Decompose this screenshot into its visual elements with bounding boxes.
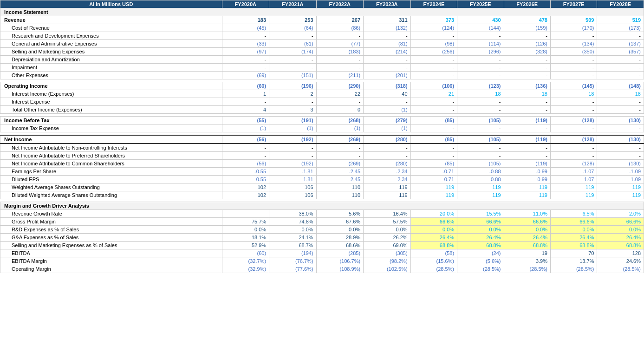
diluted-eps-row: Diluted EPS -0.55 -1.81 -2.45 -2.34 -0.7… — [0, 175, 644, 183]
total-other-label: Total Other Income (Expenses) — [0, 106, 222, 114]
rd-row: Research and Development Expenses - - - … — [0, 32, 644, 40]
revenue-fy2026: 478 — [504, 16, 550, 24]
waso-label: Weighted Average Shares Outstanding — [0, 183, 222, 191]
revenue-fy2023: 311 — [364, 16, 411, 24]
ni-common-label: Net Income Attributable to Common Shareh… — [0, 159, 222, 167]
gna-row: General and Administrative Expenses (33)… — [0, 40, 644, 48]
rd-pct-row: R&D Expenses as % of Sales 0.0% 0.0% 0.0… — [0, 225, 644, 233]
gna-pct-label: G&A Expenses as % of Sales — [0, 233, 222, 241]
cost-of-revenue-label: Cost of Revenue — [0, 24, 222, 32]
operating-margin-label: Operating Margin — [0, 265, 222, 273]
eps-row: Earnings Per Share -0.55 -1.81 -2.45 -2.… — [0, 167, 644, 175]
da-row: Depreciation and Amortization - - - - - … — [0, 56, 644, 64]
revenue-fy2027: 509 — [550, 16, 597, 24]
rev-growth-label: Revenue Growth Rate — [0, 210, 222, 217]
ni-noncontrolling-label: Net Income Attributable to Non-controlli… — [0, 144, 222, 152]
col-header-fy2023: FY2023A — [364, 0, 411, 8]
revenue-row: Revenue 183 253 267 311 373 430 478 509 … — [0, 16, 644, 24]
impairment-row: Impairment - - - - - - - - - — [0, 64, 644, 72]
operating-income-row: Operating Income (60) (196) (290) (318) … — [0, 82, 644, 90]
ni-preferred-label: Net Income Attributable to Preferred Sha… — [0, 151, 222, 159]
sme-label: Selling and Marketing Expenses — [0, 48, 222, 56]
income-tax-label: Income Tax Expense — [0, 124, 222, 132]
col-header-fy2022: FY2022A — [316, 0, 364, 8]
revenue-fy2024: 373 — [410, 16, 457, 24]
revenue-label: Revenue — [0, 16, 222, 24]
impairment-label: Impairment — [0, 64, 222, 72]
rd-pct-label: R&D Expenses as % of Sales — [0, 225, 222, 233]
total-other-row: Total Other Income (Expenses) 4 3 0 (1) … — [0, 106, 644, 114]
ni-common-row: Net Income Attributable to Common Shareh… — [0, 159, 644, 167]
income-tax-row: Income Tax Expense (1) (1) (1) (1) - - -… — [0, 124, 644, 132]
ebitda-margin-row: EBITDA Margin (32.7%) (76.7%) (106.7%) (… — [0, 257, 644, 265]
ebitda-row: EBITDA (60) (194) (285) (305) (58) (24) … — [0, 249, 644, 257]
revenue-fy2028: 519 — [597, 16, 644, 24]
net-income-label: Net Income — [0, 135, 222, 144]
margin-section: Margin and Growth Driver Analysis — [0, 202, 644, 210]
revenue-fy2022: 267 — [316, 16, 364, 24]
gna-pct-row: G&A Expenses as % of Sales 18.1% 24.1% 2… — [0, 233, 644, 241]
interest-income-row: Interest Income (Expenses) 1 2 22 40 21 … — [0, 90, 644, 98]
interest-expense-row: Interest Expense - - - - - - - - - — [0, 98, 644, 106]
other-expenses-label: Other Expenses — [0, 72, 222, 79]
rd-label: Research and Development Expenses — [0, 32, 222, 40]
dwaso-row: Diluted Weighted Average Shares Outstand… — [0, 191, 644, 199]
income-statement-section: Income Statement — [0, 8, 644, 16]
ni-preferred-row: Net Income Attributable to Preferred Sha… — [0, 151, 644, 159]
margin-label: Margin and Growth Driver Analysis — [0, 202, 644, 210]
ebitda-margin-label: EBITDA Margin — [0, 257, 222, 265]
col-header-fy2028: FY2028E — [597, 0, 644, 8]
da-label: Depreciation and Amortization — [0, 56, 222, 64]
revenue-fy2025: 430 — [457, 16, 504, 24]
operating-income-label: Operating Income — [0, 82, 222, 90]
income-before-tax-label: Income Before Tax — [0, 117, 222, 124]
gross-margin-row: Gross Profit Margin 75.7% 74.8% 67.6% 57… — [0, 217, 644, 225]
income-before-tax-row: Income Before Tax (55) (191) (268) (279)… — [0, 117, 644, 124]
interest-income-label: Interest Income (Expenses) — [0, 90, 222, 98]
revenue-fy2020: 183 — [222, 16, 269, 24]
ebitda-label: EBITDA — [0, 249, 222, 257]
cost-of-revenue-row: Cost of Revenue (45) (64) (86) (132) (12… — [0, 24, 644, 32]
interest-expense-label: Interest Expense — [0, 98, 222, 106]
col-header-fy2021: FY2021A — [269, 0, 317, 8]
other-expenses-row: Other Expenses (69) (151) (211) (201) - … — [0, 72, 644, 79]
operating-margin-row: Operating Margin (32.9%) (77.6%) (108.9%… — [0, 265, 644, 273]
sme-row: Selling and Marketing Expenses (97) (174… — [0, 48, 644, 56]
col-header-label: AI in Millions USD — [0, 0, 222, 8]
gna-label: General and Administrative Expenses — [0, 40, 222, 48]
col-header-fy2024: FY2024E — [410, 0, 457, 8]
income-statement-label: Income Statement — [0, 8, 644, 16]
diluted-eps-label: Diluted EPS — [0, 175, 222, 183]
sme-pct-label: Selling and Marketing Expenses as % of S… — [0, 241, 222, 249]
col-header-fy2020: FY2020A — [222, 0, 269, 8]
rev-growth-row: Revenue Growth Rate 38.0% 5.6% 16.4% 20.… — [0, 210, 644, 217]
gross-margin-label: Gross Profit Margin — [0, 217, 222, 225]
col-header-fy2025: FY2025E — [457, 0, 504, 8]
sme-pct-row: Selling and Marketing Expenses as % of S… — [0, 241, 644, 249]
dwaso-label: Diluted Weighted Average Shares Outstand… — [0, 191, 222, 199]
col-header-fy2026: FY2026E — [504, 0, 550, 8]
eps-label: Earnings Per Share — [0, 167, 222, 175]
net-income-row: Net Income (56) (192) (269) (280) (85) (… — [0, 135, 644, 144]
waso-row: Weighted Average Shares Outstanding 102 … — [0, 183, 644, 191]
ni-noncontrolling-row: Net Income Attributable to Non-controlli… — [0, 144, 644, 152]
col-header-fy2027: FY2027E — [550, 0, 597, 8]
financial-table: AI in Millions USD FY2020A FY2021A FY202… — [0, 0, 644, 273]
revenue-fy2021: 253 — [269, 16, 317, 24]
